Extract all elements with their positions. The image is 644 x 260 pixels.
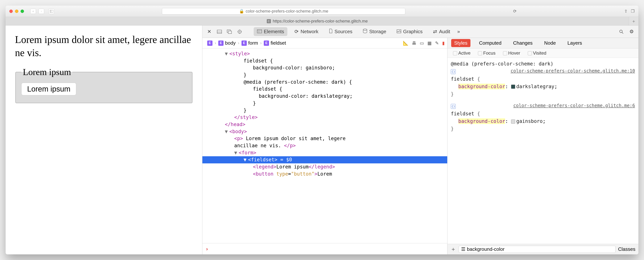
tab-styles[interactable]: Styles [451,39,470,47]
browser-tab[interactable]: C https://color-scheme-prefers-color-sch… [6,17,629,25]
rule1-source-link[interactable]: color-scheme-prefers-color-scheme.glitch… [510,68,635,74]
page-preview: Lorem ipsum dolor sit amet, legere ancil… [6,26,202,254]
dom-tree[interactable]: ▼<style>fieldset {background-color: gain… [202,48,447,243]
share-button[interactable]: ⇪ [624,9,628,14]
dom-line[interactable]: <p> Lorem ipsum dolor sit amet, legere [202,135,447,142]
grid-icon[interactable]: ▦ [428,41,432,46]
crumb-fieldset[interactable]: Efieldset [262,40,288,46]
titlebar: ‹ › 🔒 color-scheme-prefers-color-scheme.… [6,6,638,17]
ruler-icon[interactable]: 📐 [403,41,408,46]
dom-line[interactable]: ▼<form> [202,149,447,157]
dom-line[interactable]: fieldset { [202,86,447,93]
toggle-visited[interactable]: Visited [528,50,546,56]
color-swatch-darkslategray[interactable] [511,85,515,89]
tab-audit[interactable]: ⇄ Audit [430,27,454,36]
audit-icon: ⇄ [433,29,437,35]
tab-changes[interactable]: Changes [510,39,536,47]
tab-favicon: C [267,19,271,23]
tab-sources[interactable]: Sources [326,27,356,36]
network-icon: ⟳ [294,29,298,35]
dom-line[interactable]: background-color: gainsboro; [202,64,447,71]
color-swatch-gainsboro[interactable] [511,119,515,124]
brush-icon[interactable]: ✎ [435,41,439,46]
svg-point-14 [620,30,622,33]
target-icon[interactable] [236,29,243,35]
dock-side-icon[interactable] [226,29,233,35]
sources-icon [329,29,333,35]
print-icon[interactable]: 🖶 [412,41,416,46]
new-tab-button[interactable]: ＋ [629,18,638,24]
crumb-form[interactable]: Eform [239,40,260,46]
pseudo-class-toggles: Active Focus Hover Visited [448,48,638,58]
tab-bar: C https://color-scheme-prefers-color-sch… [6,17,638,26]
dom-line[interactable]: ▼<body> [202,128,447,135]
close-devtools-icon[interactable]: ✕ [206,29,212,35]
tab-layers[interactable]: Layers [564,39,585,47]
device-icon[interactable]: ▭ [420,41,424,46]
toggle-active[interactable]: Active [453,50,470,56]
dom-line[interactable]: background-color: darkslategray; [202,93,447,100]
stylesheet-icon: {} [451,104,456,109]
dom-line[interactable]: } [202,71,447,79]
tabs-overview-button[interactable]: ❐ [631,9,635,14]
more-tabs-icon[interactable]: » [457,29,460,35]
tab-graphics[interactable]: Graphics [393,27,426,36]
console-prompt[interactable]: › [202,243,447,254]
svg-point-12 [363,29,367,30]
tab-network[interactable]: ⟳ Network [291,27,322,36]
elements-panel: E › Ebody › Eform › Efieldset 📐 🖶 ▭ ▦ ✎ [202,38,448,254]
preview-fieldset: Lorem ipsum Lorem ipsum [15,67,192,103]
search-icon[interactable] [618,29,624,35]
dom-line[interactable]: ▼<fieldset> = $0 [202,156,447,163]
classes-button[interactable]: Classes [618,246,636,252]
minimize-window-button[interactable] [15,10,18,13]
rule2-value[interactable]: gainsboro [516,118,543,124]
dom-line[interactable]: <legend>Lorem ipsum</legend> [202,163,447,171]
toggle-hover[interactable]: Hover [503,50,520,56]
rule1-property[interactable]: background-color [458,84,505,89]
add-rule-button[interactable]: ＋ [450,245,456,253]
forward-button[interactable]: › [38,9,44,14]
close-window-button[interactable] [9,10,13,13]
tab-storage[interactable]: Storage [360,27,390,36]
svg-line-15 [622,32,623,34]
preview-button[interactable]: Lorem ipsum [21,83,76,95]
tab-title: https://color-scheme-prefers-color-schem… [273,19,368,24]
rule1-value[interactable]: darkslategray [516,84,554,89]
back-button[interactable]: ‹ [30,9,36,14]
filter-styles-input[interactable]: ☰ background-color [459,246,616,253]
zoom-window-button[interactable] [20,10,24,13]
elements-icon [257,29,262,35]
layout-icon[interactable]: ▮ [442,41,444,46]
sidebar-toggle-button[interactable] [49,9,54,14]
preview-paragraph: Lorem ipsum dolor sit amet, legere ancil… [15,33,193,59]
tab-node[interactable]: Node [541,39,559,47]
reload-button[interactable]: ⟳ [513,9,516,14]
dom-line[interactable]: } [202,100,447,107]
rule2-property[interactable]: background-color [458,118,505,124]
toggle-focus[interactable]: Focus [478,50,495,56]
svg-rect-5 [228,31,232,34]
settings-gear-icon[interactable]: ⚙ [628,29,635,35]
dom-line[interactable]: <button type="button">Lorem [202,171,447,178]
rule2-source-link[interactable]: color-scheme-prefers-color-scheme.glitch… [513,102,635,109]
dom-line[interactable]: ancillae ne vis. </p> [202,142,447,149]
dom-line[interactable]: </style> [202,114,447,121]
dom-line[interactable]: </head> [202,121,447,128]
style-rule-2: {} color-scheme-prefers-color-scheme.gli… [451,102,635,133]
tab-elements[interactable]: Elements [254,27,287,36]
dom-line[interactable]: @media (prefers-color-scheme: dark) { [202,79,447,86]
styles-footer: ＋ ☰ background-color Classes [448,244,638,254]
crumb-root[interactable]: E [205,41,215,46]
address-bar[interactable]: 🔒 color-scheme-prefers-color-scheme.glit… [162,8,405,15]
dock-bottom-icon[interactable] [216,29,222,35]
dom-line[interactable]: } [202,107,447,114]
dom-line[interactable]: ▼<style> [202,50,447,57]
browser-window: ‹ › 🔒 color-scheme-prefers-color-scheme.… [6,6,638,254]
style-rules[interactable]: @media (prefers-color-scheme: dark) {} c… [448,58,638,244]
devtools: ✕ Elements ⟳ [202,26,638,254]
style-rule-1: @media (prefers-color-scheme: dark) {} c… [451,60,635,98]
crumb-body[interactable]: Ebody [216,40,238,46]
dom-line[interactable]: fieldset { [202,57,447,65]
tab-computed[interactable]: Computed [476,39,504,47]
